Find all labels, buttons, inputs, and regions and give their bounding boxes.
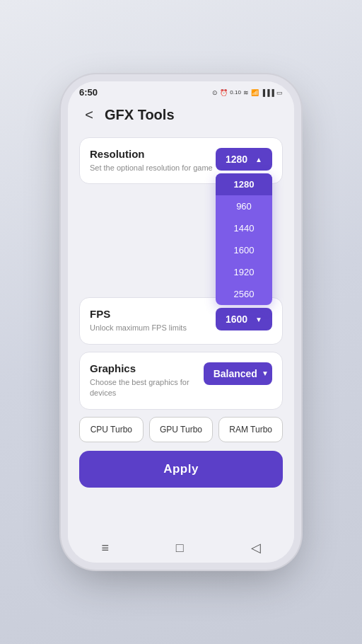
graphics-description: Choose the best graphics for devices bbox=[90, 377, 204, 399]
resolution-card: Resolution Set the optional resolution f… bbox=[79, 137, 283, 184]
resolution-option-960[interactable]: 960 bbox=[216, 195, 272, 217]
apply-button[interactable]: Apply bbox=[79, 451, 283, 488]
home-square-icon[interactable]: □ bbox=[176, 541, 184, 556]
resolution-label: Resolution bbox=[90, 148, 213, 160]
resolution-option-1280[interactable]: 1280 bbox=[216, 173, 272, 195]
fps-selected-value: 1600 bbox=[226, 314, 247, 325]
fps-dropdown-button[interactable]: 1600 ▼ bbox=[216, 308, 272, 330]
phone-frame: 6:50 ⊙ ⏰ 0.10 ≋ 📶 ▐▐▐ ▭ < GFX Tools Reso… bbox=[68, 81, 294, 563]
resolution-dropdown-menu: 1280 960 1440 1600 1920 2560 bbox=[216, 173, 272, 305]
header: < GFX Tools bbox=[68, 100, 294, 132]
nav-bar: ≡ □ ◁ bbox=[68, 534, 294, 563]
graphics-card: Graphics Choose the best graphics for de… bbox=[79, 352, 283, 410]
cpu-turbo-button[interactable]: CPU Turbo bbox=[79, 417, 144, 442]
gpu-turbo-button[interactable]: GPU Turbo bbox=[149, 417, 214, 442]
graphics-dropdown-arrow-icon: ▼ bbox=[262, 369, 269, 377]
graphics-label: Graphics bbox=[90, 362, 204, 374]
resolution-option-1600[interactable]: 1600 bbox=[216, 239, 272, 261]
resolution-dropdown-container: 1280 ▲ 1280 960 1440 1600 1920 2560 bbox=[216, 148, 272, 171]
fps-dropdown-arrow-icon: ▼ bbox=[255, 316, 262, 323]
resolution-dropdown-button[interactable]: 1280 ▲ bbox=[216, 148, 272, 171]
fps-text: FPS Unlock maximum FPS limits bbox=[90, 308, 187, 333]
graphics-dropdown-button[interactable]: Balanced ▼ bbox=[204, 362, 272, 385]
resolution-option-2560[interactable]: 2560 bbox=[216, 283, 272, 305]
turbo-button-row: CPU Turbo GPU Turbo RAM Turbo bbox=[79, 417, 283, 442]
resolution-selected-value: 1280 bbox=[226, 154, 247, 165]
content-area: Resolution Set the optional resolution f… bbox=[68, 132, 294, 534]
back-triangle-icon[interactable]: ◁ bbox=[251, 540, 261, 556]
resolution-description: Set the optional resolution for game bbox=[90, 163, 213, 173]
back-button[interactable]: < bbox=[79, 105, 99, 125]
resolution-option-1440[interactable]: 1440 bbox=[216, 217, 272, 239]
status-icons: ⊙ ⏰ 0.10 ≋ 📶 ▐▐▐ ▭ bbox=[212, 89, 283, 96]
graphics-selected-value: Balanced bbox=[214, 368, 257, 379]
resolution-text: Resolution Set the optional resolution f… bbox=[90, 148, 213, 173]
hamburger-menu-icon[interactable]: ≡ bbox=[101, 541, 109, 556]
status-time: 6:50 bbox=[79, 87, 98, 98]
resolution-option-1920[interactable]: 1920 bbox=[216, 261, 272, 283]
graphics-text: Graphics Choose the best graphics for de… bbox=[90, 362, 204, 399]
resolution-dropdown-arrow-icon: ▲ bbox=[255, 156, 262, 163]
ram-turbo-button[interactable]: RAM Turbo bbox=[218, 417, 283, 442]
fps-description: Unlock maximum FPS limits bbox=[90, 323, 187, 333]
page-title: GFX Tools bbox=[105, 107, 175, 123]
status-bar: 6:50 ⊙ ⏰ 0.10 ≋ 📶 ▐▐▐ ▭ bbox=[68, 81, 294, 100]
fps-label: FPS bbox=[90, 308, 187, 320]
